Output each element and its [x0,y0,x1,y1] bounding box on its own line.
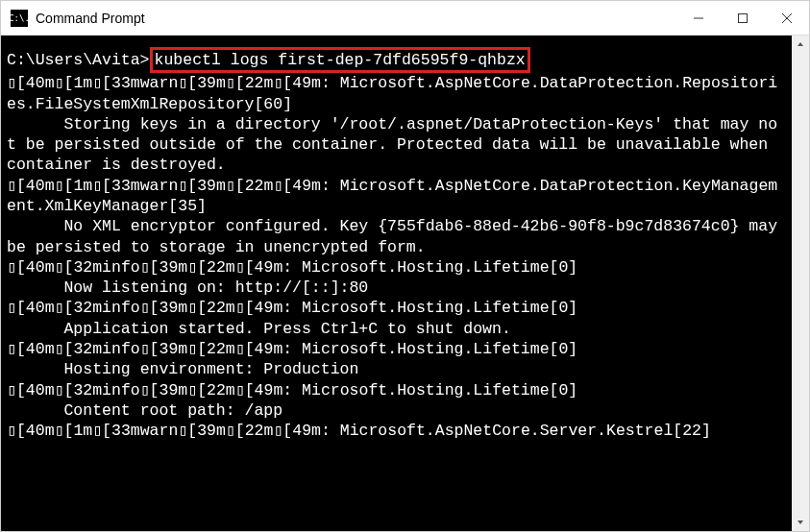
titlebar[interactable]: C:\. Command Prompt [1,1,809,36]
log-line: Hosting environment: Production [7,360,358,378]
log-line: ▯[40m▯[32minfo▯[39m▯[22m▯[49m: Microsoft… [7,340,577,358]
command-prompt-window: C:\. Command Prompt C:\Users\Avita>kubec… [0,0,810,532]
log-line: ▯[40m▯[1m▯[33mwarn▯[39m▯[22m▯[49m: Micro… [7,74,777,112]
prompt-text: C:\Users\Avita> [7,51,150,69]
log-line: ▯[40m▯[32minfo▯[39m▯[22m▯[49m: Microsoft… [7,299,577,317]
log-line: Now listening on: http://[::]:80 [7,278,368,297]
log-line: Storing keys in a directory '/root/.aspn… [7,115,777,175]
minimize-button[interactable] [676,1,721,36]
log-line: ▯[40m▯[1m▯[33mwarn▯[39m▯[22m▯[49m: Micro… [7,177,777,215]
log-line: Application started. Press Ctrl+C to shu… [7,320,511,338]
close-button[interactable] [765,1,809,36]
log-line: ▯[40m▯[1m▯[33mwarn▯[39m▯[22m▯[49m: Micro… [7,422,711,440]
maximize-button[interactable] [721,1,765,36]
scroll-track[interactable] [792,53,809,514]
scroll-down-arrow-icon[interactable] [792,514,809,531]
log-line: No XML encryptor configured. Key {755fda… [7,217,787,255]
command-highlight: kubectl logs first-dep-7dfd6595f9-qhbzx [150,47,530,73]
vertical-scrollbar[interactable] [792,36,809,531]
log-line: ▯[40m▯[32minfo▯[39m▯[22m▯[49m: Microsoft… [7,381,577,399]
terminal-wrap: C:\Users\Avita>kubectl logs first-dep-7d… [1,36,809,531]
log-line: ▯[40m▯[32minfo▯[39m▯[22m▯[49m: Microsoft… [7,258,577,277]
log-line: Content root path: /app [7,401,282,420]
command-text: kubectl logs first-dep-7dfd6595f9-qhbzx [155,51,526,69]
scroll-up-arrow-icon[interactable] [792,36,809,53]
terminal[interactable]: C:\Users\Avita>kubectl logs first-dep-7d… [1,36,792,531]
window-title: Command Prompt [36,11,676,26]
app-icon: C:\. [11,10,28,27]
svg-rect-1 [739,13,748,22]
